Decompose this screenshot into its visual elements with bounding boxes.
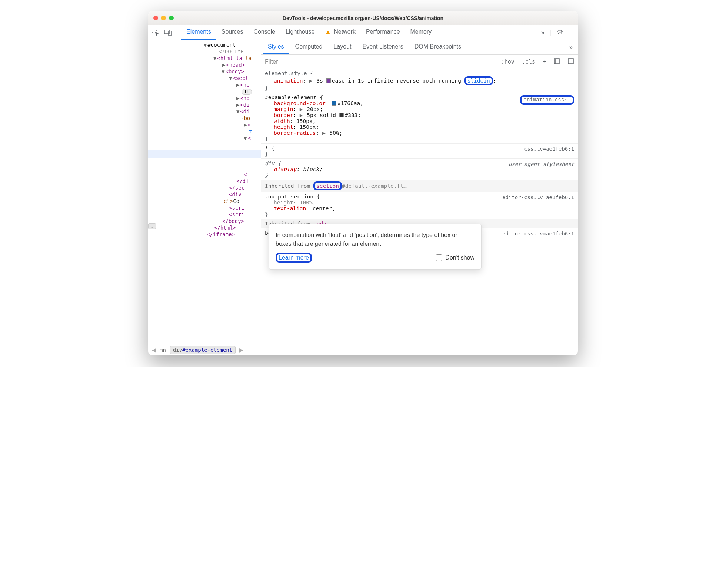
svg-rect-4 bbox=[554, 59, 559, 64]
cls-button[interactable]: .cls bbox=[518, 59, 539, 65]
traffic-lights bbox=[153, 16, 174, 20]
sub-tab-styles[interactable]: Styles bbox=[263, 40, 289, 54]
device-mode-icon[interactable] bbox=[164, 28, 173, 37]
highlight-inherit-section: section bbox=[313, 181, 342, 190]
warning-icon: ▲ bbox=[325, 29, 331, 35]
gear-icon[interactable] bbox=[556, 28, 564, 37]
highlight-source: animation.css:1 bbox=[520, 95, 574, 105]
tab-memory[interactable]: Memory bbox=[405, 25, 437, 40]
ua-stylesheet-label: user agent stylesheet bbox=[509, 161, 574, 167]
sub-tab-computed[interactable]: Computed bbox=[291, 40, 327, 54]
tab-performance[interactable]: Performance bbox=[361, 25, 405, 40]
breadcrumb-bar[interactable]: ◀ mn div#example-element ▶ bbox=[148, 344, 578, 355]
main-tabs: Elements Sources Console Lighthouse ▲Net… bbox=[181, 25, 437, 40]
more-sub-tabs-icon[interactable]: » bbox=[566, 44, 576, 51]
tab-elements[interactable]: Elements bbox=[181, 25, 216, 40]
maximize-icon[interactable] bbox=[169, 16, 174, 20]
tab-sources[interactable]: Sources bbox=[216, 25, 249, 40]
title-bar: DevTools - developer.mozilla.org/en-US/d… bbox=[148, 11, 578, 25]
styles-filter-input[interactable] bbox=[261, 55, 497, 69]
styles-pane: Styles Computed Layout Event Listeners D… bbox=[261, 40, 578, 344]
inherited-from-section: Inherited from section#default-example.f… bbox=[261, 180, 578, 192]
inspect-icon[interactable] bbox=[151, 28, 160, 37]
main-toolbar: Elements Sources Console Lighthouse ▲Net… bbox=[148, 25, 578, 40]
sub-tab-event-listeners[interactable]: Event Listeners bbox=[358, 40, 407, 54]
chevron-right-icon[interactable]: ▶ bbox=[239, 347, 243, 353]
overflow-badge[interactable]: … bbox=[148, 223, 156, 229]
source-link[interactable]: animation.css:1 bbox=[520, 95, 574, 105]
close-icon[interactable] bbox=[153, 16, 158, 20]
source-link[interactable]: editor-css.…v=ae1feb6:1 bbox=[502, 194, 574, 200]
css-rules[interactable]: element.style { animation: ▶ 3s ease-in … bbox=[261, 69, 578, 344]
more-tabs-icon[interactable]: » bbox=[541, 29, 544, 36]
tab-lighthouse[interactable]: Lighthouse bbox=[280, 25, 320, 40]
highlight-learn-more: Learn more bbox=[276, 253, 312, 263]
styles-sub-tabs: Styles Computed Layout Event Listeners D… bbox=[261, 40, 578, 55]
sub-tab-dom-breakpoints[interactable]: DOM Breakpoints bbox=[410, 40, 466, 54]
learn-more-link[interactable]: Learn more bbox=[279, 254, 309, 261]
tooltip-text: In combination with 'float' and 'positio… bbox=[276, 231, 474, 248]
window-title: DevTools - developer.mozilla.org/en-US/d… bbox=[148, 15, 578, 21]
main-panels: ▼#document <!DOCTYP ▼<html la la ▶<head>… bbox=[148, 40, 578, 344]
rule-example-element[interactable]: animation.css:1 #example-element { backg… bbox=[261, 93, 578, 144]
highlight-animation-name: slidein bbox=[464, 76, 493, 85]
tab-console[interactable]: Console bbox=[248, 25, 280, 40]
tab-network[interactable]: ▲Network bbox=[320, 25, 361, 40]
svg-rect-2 bbox=[169, 31, 171, 36]
source-link[interactable]: editor-css.…v=ae1feb6:1 bbox=[502, 231, 574, 237]
kebab-icon[interactable]: ⋮ bbox=[569, 29, 575, 36]
svg-point-3 bbox=[559, 31, 561, 33]
rule-star[interactable]: css.…v=ae1feb6:1 * { } bbox=[261, 144, 578, 159]
hov-button[interactable]: :hov bbox=[497, 59, 518, 65]
chevron-left-icon[interactable]: ◀ bbox=[152, 347, 156, 353]
dom-tree[interactable]: ▼#document <!DOCTYP ▼<html la la ▶<head>… bbox=[148, 40, 261, 344]
rule-output-section[interactable]: editor-css.…v=ae1feb6:1 .output section … bbox=[261, 192, 578, 219]
checkbox-icon bbox=[436, 254, 442, 261]
property-tooltip: In combination with 'float' and 'positio… bbox=[269, 224, 482, 270]
toolbar-right: » | ⋮ bbox=[541, 28, 575, 37]
rule-element-style[interactable]: element.style { animation: ▶ 3s ease-in … bbox=[261, 69, 578, 93]
breadcrumb-selected[interactable]: div#example-element bbox=[170, 346, 236, 354]
svg-rect-5 bbox=[568, 59, 573, 64]
minimize-icon[interactable] bbox=[161, 16, 166, 20]
new-rule-button[interactable]: + bbox=[539, 59, 550, 65]
computed-toggle-icon[interactable] bbox=[550, 58, 564, 66]
filter-bar: :hov .cls + bbox=[261, 55, 578, 69]
source-link[interactable]: css.…v=ae1feb6:1 bbox=[524, 146, 574, 152]
dont-show-checkbox[interactable]: Don't show bbox=[436, 254, 474, 261]
sub-tab-layout[interactable]: Layout bbox=[329, 40, 356, 54]
layout-panel-icon[interactable] bbox=[564, 58, 578, 66]
rule-div-ua[interactable]: user agent stylesheet div { display: blo… bbox=[261, 159, 578, 180]
devtools-window: DevTools - developer.mozilla.org/en-US/d… bbox=[148, 11, 578, 355]
